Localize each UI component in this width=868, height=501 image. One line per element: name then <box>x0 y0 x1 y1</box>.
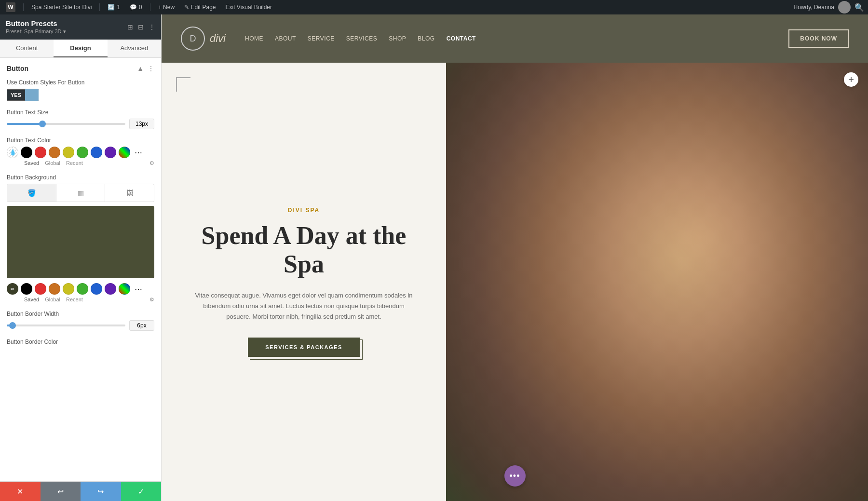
bg-global-label: Global <box>45 297 60 303</box>
nav-services[interactable]: SERVICES <box>346 35 377 42</box>
bg-settings-icon[interactable]: ⚙ <box>149 297 154 303</box>
nav-service[interactable]: SERVICE <box>308 35 335 42</box>
hero-cta-button[interactable]: SERVICES & PACKAGES <box>248 338 360 357</box>
bg-gradient-tab[interactable]: ▦ <box>56 184 106 202</box>
updates-link[interactable]: 🔄 1 <box>106 4 122 11</box>
text-size-thumb[interactable] <box>39 121 46 127</box>
more-icon[interactable]: ⋮ <box>149 23 155 31</box>
tab-advanced[interactable]: Advanced <box>108 40 161 57</box>
wp-logo[interactable]: W <box>4 2 17 12</box>
text-size-value[interactable]: 13px <box>129 119 154 129</box>
logo-circle: D <box>181 27 205 51</box>
admin-bar: W Spa Starter Site for Divi 🔄 1 💬 0 + Ne… <box>0 0 868 14</box>
nav-contact[interactable]: CONTACT <box>447 35 476 42</box>
bg-more-colors-icon[interactable]: ⋯ <box>133 283 144 295</box>
undo-button[interactable]: ↩ <box>41 482 81 501</box>
toggle-yes-label: YES <box>7 90 25 100</box>
recent-label: Recent <box>66 160 83 166</box>
bg-swatch-blue[interactable] <box>91 283 102 295</box>
button-border-color-field: Button Border Color <box>7 339 154 345</box>
fullscreen-icon[interactable]: ⊞ <box>127 23 133 31</box>
bg-image-tab[interactable]: 🖼 <box>105 184 154 202</box>
swatch-purple[interactable] <box>105 147 116 158</box>
collapse-icon[interactable]: ▲ <box>137 65 144 72</box>
site-nav: HOME ABOUT SERVICE SERVICES SHOP BLOG CO… <box>245 35 788 42</box>
floating-options-button[interactable]: ••• <box>504 465 526 487</box>
redo-button[interactable]: ↪ <box>81 482 121 501</box>
site-link: Spa Starter Site for Divi <box>31 4 92 11</box>
nav-blog[interactable]: BLOG <box>418 35 434 42</box>
bg-swatch-purple[interactable] <box>105 283 116 295</box>
swatch-red[interactable] <box>35 147 46 158</box>
bg-solid-tab[interactable]: 🪣 <box>7 184 56 202</box>
book-now-label: BOOK NOW <box>800 35 837 42</box>
hero-image: + <box>446 63 868 501</box>
dots-icon: ••• <box>510 471 520 481</box>
panel-tabs: Content Design Advanced <box>0 40 161 58</box>
logo-text: divi <box>210 32 226 45</box>
text-color-label: Button Text Color <box>7 137 154 144</box>
site-name[interactable]: Spa Starter Site for Divi <box>29 4 94 11</box>
settings-icon[interactable]: ⚙ <box>149 160 154 166</box>
hero-left: DIVI SPA Spend A Day at the Spa Vitae co… <box>162 63 446 501</box>
panel-body: Button ▲ ⋮ Use Custom Styles For Button … <box>0 58 161 481</box>
cancel-button[interactable]: ✕ <box>0 482 41 501</box>
bg-swatch-green[interactable] <box>77 283 88 295</box>
saved-label: Saved <box>24 160 39 166</box>
text-size-fill <box>7 123 42 125</box>
save-button[interactable]: ✓ <box>121 482 162 501</box>
swatch-orange[interactable] <box>49 147 60 158</box>
bg-swatch-orange[interactable] <box>49 283 60 295</box>
global-label: Global <box>45 160 60 166</box>
swatch-green[interactable] <box>77 147 88 158</box>
swatch-black[interactable] <box>21 147 32 158</box>
hero-title: Spend A Day at the Spa <box>190 221 417 279</box>
more-colors-icon[interactable]: ⋯ <box>133 147 144 158</box>
new-button[interactable]: + New <box>156 4 176 11</box>
bg-eyedropper-icon[interactable]: ✏ <box>7 283 18 295</box>
hero-cta-label: SERVICES & PACKAGES <box>265 344 342 350</box>
columns-icon[interactable]: ⊟ <box>138 23 144 31</box>
custom-styles-field: Use Custom Styles For Button YES <box>7 79 154 101</box>
border-width-track[interactable] <box>7 325 125 326</box>
swatch-blue[interactable] <box>91 147 102 158</box>
panel-header: Button Presets Preset: Spa Primary 3D ▾ … <box>0 14 161 40</box>
bg-swatch-black[interactable] <box>21 283 32 295</box>
book-now-button[interactable]: BOOK NOW <box>788 29 849 48</box>
border-width-thumb[interactable] <box>9 322 16 329</box>
text-color-swatches: 💧 ⋯ <box>7 147 154 158</box>
color-picker-preview[interactable] <box>7 206 154 278</box>
text-size-track[interactable] <box>7 123 125 125</box>
nav-about[interactable]: ABOUT <box>275 35 296 42</box>
comments-icon: 💬 <box>130 4 137 11</box>
eyedropper-icon[interactable]: 💧 <box>7 147 18 158</box>
tab-content[interactable]: Content <box>0 40 54 57</box>
bg-swatch-red[interactable] <box>35 283 46 295</box>
exit-builder-button[interactable]: Exit Visual Builder <box>224 4 274 11</box>
section-more-icon[interactable]: ⋮ <box>148 65 154 72</box>
swatch-yellow[interactable] <box>63 147 74 158</box>
edit-page-button[interactable]: ✎ Edit Page <box>182 4 217 11</box>
custom-styles-toggle[interactable]: YES <box>7 89 39 101</box>
add-section-button[interactable]: + <box>844 72 858 87</box>
bg-swatch-gradient[interactable] <box>119 283 130 295</box>
new-label: + New <box>158 4 175 11</box>
tab-design[interactable]: Design <box>54 40 107 57</box>
updates-count: 1 <box>117 4 120 11</box>
panel-subtitle[interactable]: Preset: Spa Primary 3D ▾ <box>6 28 66 35</box>
exit-builder-label: Exit Visual Builder <box>226 4 272 11</box>
search-icon[interactable]: 🔍 <box>854 3 864 12</box>
nav-home[interactable]: HOME <box>245 35 263 42</box>
button-text-color-field: Button Text Color 💧 ⋯ Saved Globa <box>7 137 154 166</box>
nav-shop[interactable]: SHOP <box>389 35 406 42</box>
bg-swatch-yellow[interactable] <box>63 283 74 295</box>
bg-type-tabs: 🪣 ▦ 🖼 <box>7 184 154 202</box>
border-width-value[interactable]: 6px <box>129 320 154 331</box>
hero-corner-decoration <box>176 77 190 92</box>
comments-link[interactable]: 💬 0 <box>128 4 144 11</box>
hero-body: Vitae consequat augue. Vivamus eget dolo… <box>190 290 417 322</box>
redo-icon: ↪ <box>97 487 104 496</box>
swatch-gradient[interactable] <box>119 147 130 158</box>
cancel-icon: ✕ <box>17 487 23 496</box>
comments-count: 0 <box>139 4 142 11</box>
